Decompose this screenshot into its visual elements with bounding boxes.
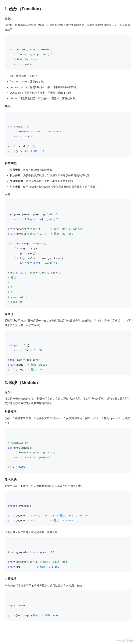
code-token: in — [37, 257, 40, 260]
code-token: # age: 30 — [8, 301, 22, 304]
code-token: (mymodule.PI) — [16, 519, 51, 522]
code-token: , — [29, 145, 32, 148]
code-token: return — [14, 349, 23, 352]
code-token: # 2 — [8, 286, 12, 289]
param-type-bullets: 位置参数：按顺序传递给函数的参数。 默认参数：为参数提供默认值，当调用时未传递该… — [4, 168, 132, 189]
code-token: {name} — [46, 218, 56, 221]
code-token: # — [14, 58, 17, 61]
copy-icon[interactable] — [125, 539, 129, 543]
list-text: ：为参数提供默认值，当调用时未传递该参数时使用默认值。 — [20, 174, 92, 177]
list-item: function_name：函数的名称。 — [10, 80, 132, 84]
code-token: 30 — [39, 349, 42, 352]
copy-icon[interactable] — [125, 201, 129, 205]
code-token: ) — [60, 272, 62, 274]
code-token: # 输出: Hi, Bob! — [51, 232, 75, 235]
code-token: print — [8, 519, 16, 522]
code-block-8: import math print(math.sqrt(16)) # 输出: 4… — [4, 590, 132, 621]
code-token: # 输出: Hello, Bob! — [40, 561, 69, 564]
import-module-heading: 导入模块 — [4, 477, 132, 482]
code-token: , — [34, 232, 37, 235]
code-token: !" — [48, 456, 51, 459]
code-token: in — [26, 247, 29, 250]
copy-icon[interactable] — [125, 114, 129, 117]
code-token: (math.sqrt( — [16, 614, 33, 617]
bold-term: 可变参数 — [10, 185, 20, 188]
code-token: import — [8, 604, 17, 607]
code-token: def — [8, 213, 12, 216]
code-token: 1 — [16, 272, 17, 274]
code-token: , — [22, 272, 25, 274]
list-item: 位置参数：按顺序传递给函数的参数。 — [10, 168, 132, 172]
code-token: !" — [55, 218, 59, 221]
example-label: 示例： — [4, 192, 132, 197]
code-token: (f" — [28, 262, 32, 264]
bold-term: 关键字参数 — [10, 180, 23, 182]
copy-icon[interactable] — [125, 36, 129, 40]
param-type-heading: 参数类型 — [4, 160, 132, 166]
code-token: import — [8, 504, 17, 508]
code-token: return — [14, 135, 23, 138]
code-token: # 1 — [8, 281, 12, 284]
code-token: def — [8, 344, 12, 347]
code-token: print — [8, 232, 16, 235]
code-token: "Alice" — [40, 514, 51, 517]
code-token: {name} — [39, 456, 48, 459]
code-block-2: def add(a, b): """Return the sum of two … — [4, 112, 132, 157]
code-token: add(a, b): — [12, 125, 29, 128]
copy-icon[interactable] — [125, 430, 129, 434]
code-token: def — [8, 446, 12, 449]
code-token: , — [36, 349, 39, 352]
code-token: (name) — [16, 364, 28, 366]
code-token: # name: Alice — [8, 296, 28, 299]
code-token: # mymodule.py — [8, 442, 28, 444]
definition-bullets: def：定义函数的关键字。 function_name：函数的名称。 param… — [4, 74, 132, 101]
code-block-7: from mymodule import greet, PI print(gre… — [4, 537, 132, 572]
code-token: return — [14, 63, 23, 66]
code-token: function_name(parameters): — [12, 48, 54, 51]
copy-icon[interactable] — [125, 493, 129, 497]
code-token: print — [8, 150, 16, 153]
section-1-title: 1. 函数（Function） — [4, 5, 132, 12]
code-token: greet(name): — [12, 446, 32, 449]
copy-icon[interactable] — [125, 592, 129, 596]
code-token: import — [29, 551, 39, 554]
code-token: f" — [23, 218, 28, 221]
code-token: {greeting} — [28, 218, 43, 221]
code-token: (mymodule.greet( — [16, 514, 40, 517]
code-token: """Docstring (optional)""" — [14, 53, 54, 56]
code-token: greet(name, greeting= — [12, 213, 46, 216]
code-token: )) — [37, 228, 51, 230]
list-text: ：按顺序传递给函数的参数。 — [20, 168, 55, 171]
code-token: , — [17, 272, 20, 274]
import-specific-paragraph: 你也可以从模块中导入特定的函数、类或变量： — [4, 530, 132, 534]
list-text: ：使用*args和**kwargs来接受任意数量的位置参数和关键字参数。 — [20, 185, 98, 188]
code-token: )) — [43, 232, 51, 235]
example-heading: 示例 — [4, 104, 132, 110]
code-token: return — [14, 456, 23, 459]
code-block-1: def function_name(parameters): """Docstr… — [4, 34, 132, 70]
code-token: value — [23, 63, 33, 66]
create-module-heading: 创建模块 — [4, 409, 132, 414]
code-block-5: # mymodule.py def greet(name): """Return… — [4, 428, 132, 473]
list-item: 可变参数：使用*args和**kwargs来接受任意数量的位置参数和关键字参数。 — [10, 184, 132, 189]
code-token: (greet( — [16, 228, 26, 230]
module-def-heading: 定义 — [4, 390, 132, 395]
code-token: PI = — [8, 466, 16, 469]
code-token: {value} — [43, 262, 54, 264]
code-token: greet, PI — [39, 551, 54, 554]
code-token: ") — [54, 262, 57, 264]
code-token: {key} — [33, 262, 40, 264]
list-item: def：定义函数的关键字。 — [10, 74, 132, 78]
code-token: "Bob" — [26, 561, 34, 564]
code-token: print — [8, 566, 16, 568]
code-token: )) — [36, 614, 42, 617]
code-token: get_info(): — [12, 344, 31, 347]
list-item: parameters：可选的参数列表，用于传递数据到函数内部。 — [10, 85, 132, 90]
code-token: args: — [29, 247, 39, 250]
code-token: # 输出: 8 — [31, 150, 44, 153]
copy-icon[interactable] — [125, 332, 129, 336]
definition-paragraph: 函数是一段具有特定功能的代码块，它可以接受输入参数并返回结果。函数通过def关键… — [4, 23, 132, 32]
code-token: for — [14, 247, 18, 250]
code-token: body — [29, 58, 37, 61]
code-token: 5 — [33, 145, 34, 148]
